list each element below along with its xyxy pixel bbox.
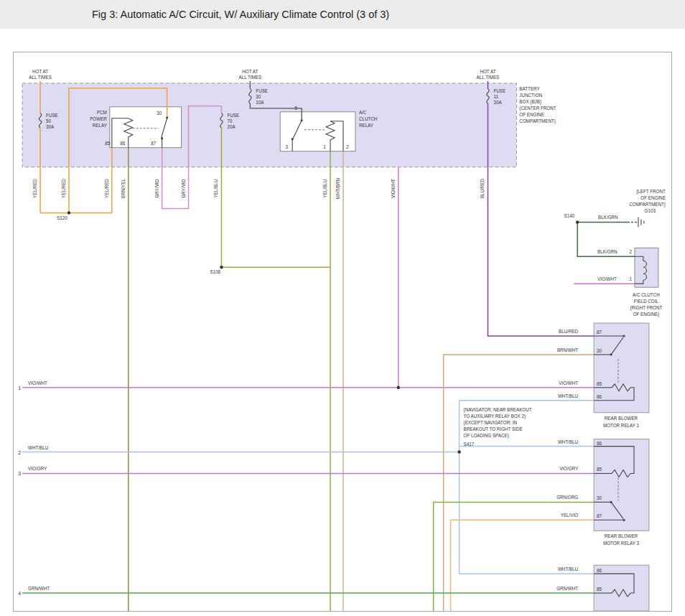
bjb-label: OF ENGINE [519, 112, 544, 117]
pin-label: 2 [346, 144, 349, 149]
fuse70-label: FUSE [227, 113, 239, 118]
fuse30-label: 10A [256, 100, 264, 105]
fuse70-label: 20A [227, 124, 236, 129]
ground-location-label: COMPARTMENT) [629, 202, 666, 207]
field-coil-caption: (RIGHT FRONT [630, 305, 663, 311]
splice-s417-label: S417 [464, 442, 475, 447]
pcm-relay-label: PCM [97, 110, 107, 115]
pcm-relay-label: POWER [90, 116, 107, 121]
connector-number: 1 [18, 386, 21, 391]
relay1-caption: MOTOR RELAY 1 [603, 423, 640, 428]
pin-label: 86 [597, 441, 602, 446]
wire-label: GRN/WHT [556, 586, 578, 591]
wire-label: YEL/VIO [561, 513, 579, 518]
wire-label: WHT/BLU [558, 393, 579, 398]
wire-net-yel-vio [451, 520, 594, 611]
pin-label: 85 [597, 467, 602, 472]
wire-label: VIO/WHT [391, 179, 396, 198]
wiring-diagram: HOT AT ALL TIMES HOT AT ALL TIMES HOT AT… [14, 52, 671, 611]
ac-relay-label: A/C [359, 110, 367, 115]
wire-label: VIO/WHT [597, 276, 617, 281]
fuse11-label: 11 [493, 94, 498, 99]
s417-note: TO AUXILIARY RELAY BOX 2) [464, 414, 526, 419]
ac-relay-label: CLUTCH [359, 116, 378, 121]
wire-label: WHT/BLU [558, 566, 579, 571]
wire-label: YEL/BLU [322, 179, 327, 197]
bjb-label: COMPARTMENT) [519, 118, 556, 124]
splice-s417-dot [457, 450, 460, 453]
fuse50-label: 30A [46, 124, 55, 129]
splice-s120-dot [67, 211, 70, 214]
rear-blower-motor-relay-1-box [594, 323, 649, 413]
pin-label: 87 [151, 141, 156, 146]
bjb-label: BOX (BJB) [519, 99, 541, 105]
pin-label: 3 [285, 144, 288, 149]
bjb-label: (CENTER FRONT [519, 106, 556, 111]
pin-label: 30 [597, 495, 602, 500]
splice-s120-label: S120 [57, 215, 67, 220]
junction-dot [397, 386, 400, 389]
s417-note: (NAVIGATOR: NEAR BREAKOUT [464, 407, 532, 413]
pin-label: 85 [105, 141, 110, 146]
wire-label: VIO/GRY [28, 467, 47, 472]
pcm-relay-label: RELAY [93, 123, 108, 128]
title-bar: Fig 3: Automatic A/C Circuit, W/ Auxilia… [0, 0, 685, 29]
ac-clutch-relay-box [280, 112, 355, 151]
pin-label: 30 [157, 111, 162, 116]
pin-label: 87 [597, 513, 602, 518]
relay3-caption: REAR BLOWER [605, 533, 638, 538]
s417-note: BREAKOUT TO RIGHT SIDE [464, 426, 523, 431]
wire-label: WHT/BLU [28, 445, 49, 450]
s417-note: (EXCEPT NAVIGATOR: IN [464, 420, 518, 426]
splice-s106-label: S106 [210, 269, 220, 274]
pin-label: 5 [294, 106, 297, 111]
ground-location-label: OF ENGINE [640, 195, 665, 200]
fuse70-label: 70 [227, 118, 232, 123]
pin-label: 86 [597, 394, 602, 399]
fuse50-label: FUSE [46, 113, 58, 118]
pin-label: 1 [323, 144, 326, 149]
wire-label: GRY/VIO [154, 179, 159, 197]
wire-label: YEL/BLU [213, 179, 218, 197]
wire-label: BRN/WHT [557, 347, 578, 353]
wire-label: WHT/BLU [558, 439, 579, 444]
wire-label: WHT/BRN [335, 177, 340, 199]
fuse50-label: 50 [46, 118, 51, 123]
connector-number: 3 [18, 471, 21, 476]
field-coil-caption: FIELD COIL [634, 299, 659, 304]
pin-label: 1 [629, 276, 632, 281]
pin-label: 30 [597, 348, 602, 353]
wire-net-yel-blu [221, 128, 330, 611]
ac-relay-label: RELAY [359, 123, 374, 128]
rear-blower-motor-relay-3-box [594, 439, 649, 531]
fuse11-label: 30A [493, 100, 502, 105]
bjb-label: BATTERY [519, 86, 540, 91]
ac-clutch-field-coil-box [635, 248, 658, 287]
fuse30-label: 30 [256, 94, 261, 99]
pin-label: 86 [597, 568, 602, 573]
diagram-canvas: HOT AT ALL TIMES HOT AT ALL TIMES HOT AT… [13, 52, 672, 612]
relay3-caption: MOTOR RELAY 3 [603, 541, 640, 546]
wire-label: YEL/RED [61, 179, 66, 198]
ground-id-label: G103 [645, 208, 656, 213]
wire-label: VIO/WHT [559, 381, 578, 386]
connector-number: 2 [18, 450, 21, 455]
hot-label: ALL TIMES [29, 75, 52, 80]
wire-label: GRN/WHT [28, 586, 50, 591]
pin-label: 85 [597, 381, 602, 386]
wire-label: VIO/WHT [28, 381, 47, 386]
hot-label: HOT AT [242, 69, 258, 74]
fuse30-label: FUSE [256, 88, 268, 93]
pin-label: 87 [597, 330, 602, 335]
splice-s140-label: S140 [564, 213, 575, 218]
splice-s106-dot [220, 266, 223, 269]
rear-blower-motor-relay-bottom-box [594, 565, 649, 611]
wire-label: VIO/GRY [559, 467, 579, 472]
ground-location-label: (LEFT FRONT [636, 189, 666, 195]
wire-label: BLU/RED [480, 178, 485, 198]
hot-label: HOT AT [480, 69, 495, 74]
fuse11-label: FUSE [493, 88, 505, 93]
wire-net-grn-org [434, 502, 594, 611]
s417-note: OF LOADING SPACE) [464, 433, 509, 439]
pin-label: 2 [629, 249, 632, 254]
